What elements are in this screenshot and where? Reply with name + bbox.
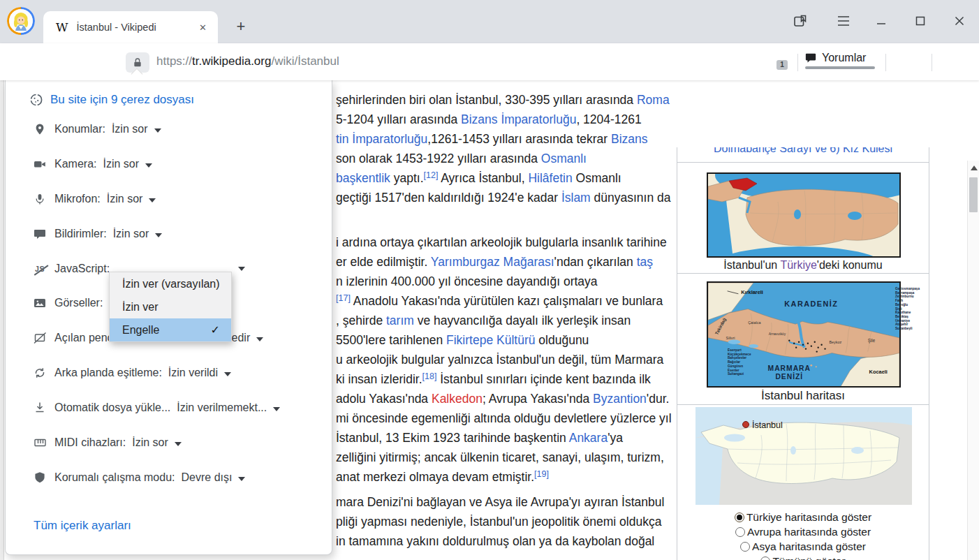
permission-row-midi-cihazlari[interactable]: MIDI cihazları:İzin sor [32,433,182,452]
wiki-link[interactable]: Kalkedon [432,392,483,406]
autodownload-icon [32,401,47,414]
tab-close-icon[interactable]: ✕ [193,20,212,35]
wiki-link[interactable]: başkentlik [336,171,390,185]
wiki-link[interactable]: Fikirtepe Kültürü [446,333,535,347]
article-line: 5500'lere tarihlenen Fikirtepe Kültürü o… [336,330,589,350]
wiki-link[interactable]: Türkiye [780,259,816,271]
permission-label: Mikrofon: [54,193,101,205]
permission-label: JavaScript: [54,263,110,275]
chevron-down-icon [273,407,280,411]
location-icon [32,123,47,135]
map-option-row[interactable]: Asya haritasında göster [677,540,929,554]
turkey-location-map[interactable] [707,172,901,258]
maximize-button[interactable] [905,8,936,34]
permission-row-kamera[interactable]: Kamera:İzin sor [32,154,152,174]
all-content-settings-link[interactable]: Tüm içerik ayarları [34,519,131,533]
new-tab-button[interactable]: + [230,17,251,38]
vertical-scroll-thumb[interactable] [969,177,978,212]
map-option-row[interactable]: Avrupa haritasında göster [677,525,929,539]
radio-button[interactable] [740,542,750,552]
permission-row-gorseller[interactable]: Görseller: [32,293,109,313]
map-label: Kocaeli [869,369,888,375]
reference-link[interactable]: [12] [424,170,439,180]
turkey-locator-map[interactable]: İstanbul [695,407,912,505]
radio-button[interactable] [735,513,744,522]
article-line: pliği yapması nedeniyle, İstanbul'un jeo… [336,512,661,531]
profile-avatar[interactable] [7,7,35,35]
toolbar-divider [797,54,798,71]
wiki-link[interactable]: Yarımburgaz Mağarası [431,255,554,269]
toolbar-divider [932,54,932,71]
permission-row-arka-planda-esitleme[interactable]: Arka planda eşitleme:İzin verildi [32,363,231,383]
radio-button[interactable] [735,527,745,537]
tab-actions-icon[interactable] [785,8,816,34]
permission-label: MIDI cihazları: [54,436,126,449]
minimize-button[interactable] [866,8,897,34]
wiki-link[interactable]: İslam [561,191,591,205]
wiki-link[interactable]: Bizans [611,132,648,146]
map-label: DENİZİ [775,372,803,381]
close-button[interactable] [944,8,975,34]
cookies-link[interactable]: Bu site için 9 çerez dosyası [29,93,194,107]
browser-tab[interactable]: W İstanbul - Vikipedi ✕ [43,11,218,43]
comments-label: Yorumlar [822,52,866,64]
wiki-link[interactable]: Bizans İmparatorluğu [461,112,576,126]
text-run: mara Denizi'ni bağlayan ve Asya ile Avru… [336,495,664,509]
map-option-row[interactable]: Tümünü göster [677,554,929,560]
url-path: /wiki/İstanbul [271,54,339,68]
text-run: 'ndan çıkarılan [554,255,637,269]
radio-label: Türkiye haritasında göster [746,511,871,523]
dropdown-item[interactable]: Engelle✓ [110,318,231,341]
map-option-row[interactable]: Türkiye haritasında göster [677,510,929,524]
wiki-link[interactable]: tarım [386,314,414,327]
wiki-link[interactable]: taş [637,255,653,269]
dropdown-item[interactable]: İzin ver [110,295,231,318]
article-line: in tamamına yakını doldurulmuş olan ya d… [336,531,654,551]
permission-row-mikrofon[interactable]: Mikrofon:İzin sor [32,189,156,209]
settings-menu-icon[interactable] [828,8,859,34]
permission-label: Bildirimler: [54,228,107,240]
window-left-edge [0,80,4,560]
wiki-link[interactable]: Byzantion [593,392,647,406]
reference-link[interactable]: [19] [534,469,549,479]
chevron-down-icon [238,267,245,271]
text-run: mi öncesinde egemenliği altında olduğu d… [336,411,672,425]
article-line: er elde edilmiştir. Yarımburgaz Mağarası… [336,252,653,272]
vertical-scrollbar[interactable] [967,161,979,560]
permission-row-javascript[interactable]: JSJavaScript: [32,259,116,279]
scroll-up-arrow[interactable] [971,165,978,170]
cookie-icon [29,93,43,107]
wiki-link[interactable]: Ankara [569,431,608,445]
permission-row-konumlar[interactable]: Konumlar:İzin sor [32,119,161,139]
map-label: Şile [868,338,876,344]
chevron-down-icon [154,128,161,133]
comments-button[interactable]: Yorumlar [804,52,866,64]
dropdown-item[interactable]: İzin ver (varsayılan) [110,272,231,295]
permission-row-otomatik-dosya-yukleme[interactable]: Otomatik dosya yükle...İzin verilmemekt.… [32,398,280,418]
article-line: ki insan izleridir.[18] İstanbul sınırla… [336,369,651,389]
wiki-link[interactable]: Osmanlı [541,152,587,165]
map-label: Beykoz [829,340,841,344]
permission-value: İzin sor [113,228,149,240]
text-run: , şehirde [336,314,386,327]
text-run: son olarak 1453-1922 yılları arasında [336,152,541,165]
radio-button[interactable] [760,557,770,560]
address-bar[interactable]: https://tr.wikipedia.org/wiki/İstanbul [156,54,339,68]
article-line: anat merkezi olmaya devam etmiştir.[19] [336,467,549,487]
permission-row-bildirimler[interactable]: Bildirimler:İzin sor [32,224,162,244]
permission-value: İzin verildi [168,367,218,379]
chevron-down-icon [256,337,263,341]
wiki-link[interactable]: tin İmparatorluğu [336,132,427,146]
permission-row-korumali-calisma-modu[interactable]: Korumalı çalışma modu:Devre dışı [32,468,245,487]
wiki-link[interactable]: Hilâfetin [528,171,572,185]
district-label-list: GaziosmanpaşaBayrampaşaZeytinburnuFatihB… [895,287,941,331]
reference-link[interactable]: [17] [336,293,351,303]
reference-link[interactable]: [18] [422,371,437,381]
map1-caption: İstanbul'un Türkiye'deki konumu [677,259,929,272]
text-run: şehirlerinden biri olan İstanbul, 330-39… [336,93,637,107]
article-line: başkentlik yaptı.[12] Ayrıca İstanbul, H… [336,168,621,188]
article-line: i ardına ortaya çıkartılan arkeolojik bu… [336,233,667,252]
infobox-top-link[interactable]: Dolmabahçe Sarayı ve 6) Kız Kulesi [677,147,929,161]
wiki-link[interactable]: Roma [637,93,670,107]
map-label: Çatalca [748,320,760,325]
